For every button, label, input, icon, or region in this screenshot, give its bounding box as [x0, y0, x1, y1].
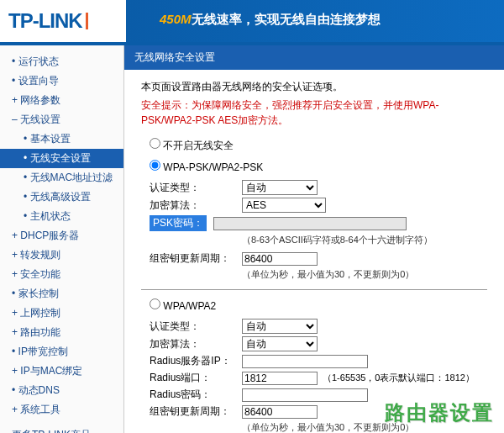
content-panel: 无线网络安全设置 本页面设置路由器无线网络的安全认证选项。 安全提示：为保障网络…	[124, 45, 504, 433]
sidebar-sub-macfilter[interactable]: 无线MAC地址过滤	[0, 168, 123, 187]
sidebar-item-ddns[interactable]: 动态DNS	[0, 381, 123, 400]
hint-radius-port: （1-65535，0表示默认端口：1812）	[323, 372, 475, 384]
panel-title: 无线网络安全设置	[124, 45, 504, 70]
sidebar: 运行状态 设置向导 网络参数 无线设置 基本设置 无线安全设置 无线MAC地址过…	[0, 45, 124, 433]
section-divider	[141, 289, 487, 290]
label-psk-password: PSK密码：	[150, 215, 207, 231]
label-group-rekey-2: 组密钥更新周期：	[150, 404, 242, 419]
select-auth-type-2[interactable]: 自动	[242, 319, 318, 334]
input-psk-password[interactable]	[213, 217, 407, 230]
sidebar-item-ipmac[interactable]: IP与MAC绑定	[0, 362, 123, 381]
sidebar-sub-hoststatus[interactable]: 主机状态	[0, 207, 123, 226]
sidebar-item-status[interactable]: 运行状态	[0, 52, 123, 71]
input-radius-pwd[interactable]	[242, 388, 368, 402]
sidebar-item-security[interactable]: 安全功能	[0, 265, 123, 284]
hint-group-rekey: （单位为秒，最小值为30，不更新则为0）	[242, 268, 487, 281]
label-radius-ip: Radius服务器IP：	[150, 354, 242, 368]
hint-psk: （8-63个ASCII码字符或8-64个十六进制字符）	[242, 234, 487, 246]
sidebar-item-bandwidth[interactable]: IP带宽控制	[0, 342, 123, 362]
select-cipher-2[interactable]: 自动	[242, 336, 318, 351]
select-cipher[interactable]: AES	[242, 198, 326, 213]
label-radius-port: Radius端口：	[150, 371, 242, 385]
input-group-rekey-2[interactable]	[242, 405, 318, 419]
sidebar-item-parental[interactable]: 家长控制	[0, 284, 123, 304]
sidebar-item-systools[interactable]: 系统工具	[0, 400, 123, 420]
label-group-rekey: 组密钥更新周期：	[150, 251, 242, 266]
input-group-rekey[interactable]	[242, 252, 318, 266]
sidebar-sub-basic[interactable]: 基本设置	[0, 129, 123, 149]
sidebar-more-text: 更多TP-LINK产品,	[0, 420, 123, 433]
app-header: TP-LINK 450M无线速率，实现无线自由连接梦想	[0, 0, 504, 42]
select-auth-type[interactable]: 自动	[242, 180, 318, 195]
sidebar-sub-security[interactable]: 无线安全设置	[0, 149, 123, 168]
header-tagline: 450M无线速率，实现无线自由连接梦想	[160, 12, 381, 28]
label-radius-pwd: Radius密码：	[150, 388, 242, 402]
input-radius-ip[interactable]	[242, 355, 368, 368]
label-cipher-2: 加密算法：	[150, 337, 242, 351]
sidebar-item-wireless[interactable]: 无线设置	[0, 110, 123, 129]
brand-logo: TP-LINK	[0, 9, 88, 33]
radio-wpa[interactable]: WPA/WPA2	[150, 300, 216, 312]
label-auth-type: 认证类型：	[150, 181, 242, 195]
sidebar-item-wizard[interactable]: 设置向导	[0, 71, 123, 91]
sidebar-item-forward[interactable]: 转发规则	[0, 246, 123, 265]
panel-intro: 本页面设置路由器无线网络的安全认证选项。	[141, 80, 487, 94]
sidebar-item-access[interactable]: 上网控制	[0, 304, 123, 323]
panel-warning: 安全提示：为保障网络安全，强烈推荐开启安全设置，并使用WPA-PSK/WPA2-…	[141, 98, 487, 128]
sidebar-item-network[interactable]: 网络参数	[0, 91, 123, 110]
sidebar-item-dhcp[interactable]: DHCP服务器	[0, 226, 123, 246]
radio-wpa-psk[interactable]: WPA-PSK/WPA2-PSK	[150, 161, 263, 173]
watermark: 路由器设置	[385, 399, 494, 426]
sidebar-item-routing[interactable]: 路由功能	[0, 323, 123, 342]
input-radius-port[interactable]	[242, 372, 318, 385]
sidebar-sub-advanced[interactable]: 无线高级设置	[0, 187, 123, 207]
label-auth-type-2: 认证类型：	[150, 319, 242, 334]
label-cipher: 加密算法：	[150, 198, 242, 213]
radio-none[interactable]: 不开启无线安全	[150, 140, 234, 151]
